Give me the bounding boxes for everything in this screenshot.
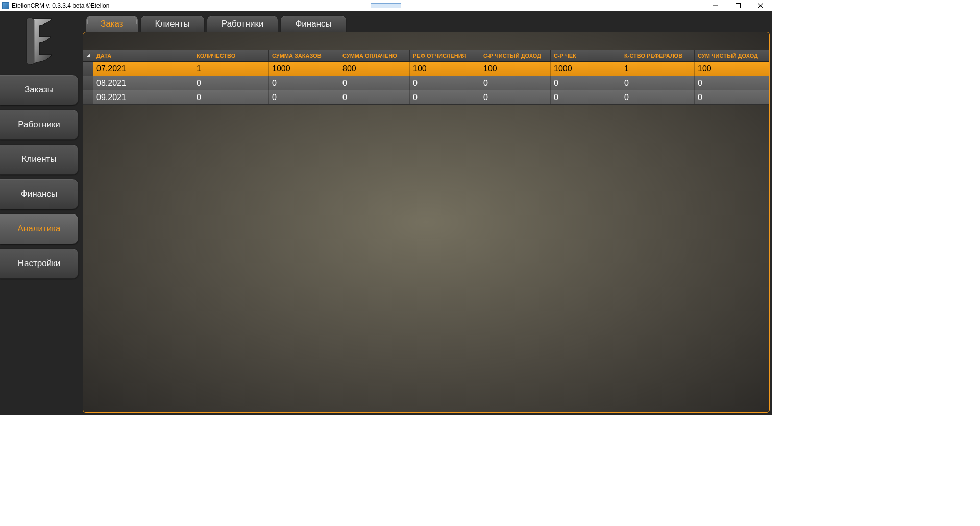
- titlebar-grip[interactable]: [371, 3, 401, 8]
- cell-avg-net[interactable]: 100: [480, 62, 551, 76]
- window-controls: [704, 0, 772, 11]
- cell-ref-count[interactable]: 0: [621, 90, 695, 104]
- col-header-sum-paid[interactable]: СУММА ОПЛАЧЕНО: [339, 50, 410, 61]
- table-row[interactable]: 09.2021 0 0 0 0 0 0 0 0: [83, 90, 769, 105]
- sidebar-item-clients[interactable]: Клиенты: [0, 144, 79, 175]
- cell-ref-deduct[interactable]: 0: [410, 76, 480, 90]
- svg-rect-1: [736, 3, 741, 8]
- etelion-logo-icon: [21, 16, 57, 67]
- cell-qty[interactable]: 0: [193, 90, 269, 104]
- col-header-avg-net[interactable]: С-Р ЧИСТЫЙ ДОХОД: [480, 50, 551, 61]
- col-header-sum-net[interactable]: СУМ ЧИСТЫЙ ДОХОД: [695, 50, 769, 61]
- row-header[interactable]: [83, 62, 93, 76]
- sidebar-item-orders[interactable]: Заказы: [0, 75, 79, 105]
- col-header-sum-orders[interactable]: СУММА ЗАКАЗОВ: [269, 50, 339, 61]
- tab-label: Финансы: [295, 19, 331, 29]
- row-header[interactable]: [83, 76, 93, 90]
- cell-qty[interactable]: 1: [193, 62, 269, 76]
- tabstrip: Заказ Клиенты Работники Финансы: [83, 13, 770, 32]
- sidebar-item-label: Аналитика: [17, 224, 60, 234]
- window-titlebar: EtelionCRM v. 0.3.3.4 beta ©Etelion: [0, 0, 772, 11]
- cell-avg-check[interactable]: 0: [551, 90, 621, 104]
- col-header-qty[interactable]: КОЛИЧЕСТВО: [193, 50, 269, 61]
- logo: [0, 11, 79, 73]
- minimize-button[interactable]: [704, 0, 727, 11]
- tab-finance[interactable]: Финансы: [280, 15, 346, 32]
- grid-header-row: ДАТА КОЛИЧЕСТВО СУММА ЗАКАЗОВ СУММА ОПЛА…: [83, 50, 769, 62]
- cell-date[interactable]: 08.2021: [93, 76, 193, 90]
- sidebar-item-label: Клиенты: [21, 154, 56, 164]
- sidebar-item-workers[interactable]: Работники: [0, 109, 79, 140]
- tab-label: Заказ: [101, 19, 124, 29]
- sort-triangle-icon: [86, 54, 90, 58]
- cell-sum-paid[interactable]: 800: [339, 62, 410, 76]
- cell-sum-net[interactable]: 100: [695, 62, 769, 76]
- close-button[interactable]: [749, 0, 772, 11]
- content-area: ДАТА КОЛИЧЕСТВО СУММА ЗАКАЗОВ СУММА ОПЛА…: [83, 32, 770, 413]
- cell-date[interactable]: 07.2021: [93, 62, 193, 76]
- cell-avg-net[interactable]: 0: [480, 76, 551, 90]
- cell-date[interactable]: 09.2021: [93, 90, 193, 104]
- sidebar-item-finance[interactable]: Финансы: [0, 179, 79, 209]
- tab-label: Клиенты: [155, 19, 190, 29]
- app-icon: [2, 2, 9, 9]
- cell-sum-orders[interactable]: 0: [269, 90, 339, 104]
- cell-qty[interactable]: 0: [193, 76, 269, 90]
- col-header-avg-check[interactable]: С-Р ЧЕК: [551, 50, 621, 61]
- table-row[interactable]: 08.2021 0 0 0 0 0 0 0 0: [83, 76, 769, 90]
- cell-sum-net[interactable]: 0: [695, 76, 769, 90]
- col-header-ref-count[interactable]: К-СТВО РЕФЕРАЛОВ: [621, 50, 695, 61]
- svg-marker-4: [86, 54, 90, 57]
- cell-sum-orders[interactable]: 0: [269, 76, 339, 90]
- cell-sum-orders[interactable]: 1000: [269, 62, 339, 76]
- tab-order[interactable]: Заказ: [86, 15, 138, 32]
- maximize-button[interactable]: [727, 0, 749, 11]
- row-header[interactable]: [83, 90, 93, 104]
- tab-clients[interactable]: Клиенты: [140, 15, 205, 32]
- sidebar-item-settings[interactable]: Настройки: [0, 248, 79, 279]
- cell-ref-deduct[interactable]: 100: [410, 62, 480, 76]
- data-grid[interactable]: ДАТА КОЛИЧЕСТВО СУММА ЗАКАЗОВ СУММА ОПЛА…: [83, 50, 769, 105]
- cell-avg-net[interactable]: 0: [480, 90, 551, 104]
- grid-corner[interactable]: [83, 50, 93, 61]
- col-header-date[interactable]: ДАТА: [93, 50, 193, 61]
- cell-sum-paid[interactable]: 0: [339, 76, 410, 90]
- sidebar-item-label: Работники: [18, 119, 60, 130]
- sidebar: Заказы Работники Клиенты Финансы Аналити…: [0, 11, 79, 415]
- cell-sum-net[interactable]: 0: [695, 90, 769, 104]
- cell-sum-paid[interactable]: 0: [339, 90, 410, 104]
- tab-label: Работники: [222, 19, 264, 29]
- sidebar-item-analytics[interactable]: Аналитика: [0, 213, 79, 244]
- cell-ref-count[interactable]: 1: [621, 62, 695, 76]
- sidebar-item-label: Настройки: [18, 258, 60, 269]
- cell-ref-count[interactable]: 0: [621, 76, 695, 90]
- window-title: EtelionCRM v. 0.3.3.4 beta ©Etelion: [12, 2, 109, 9]
- cell-avg-check[interactable]: 1000: [551, 62, 621, 76]
- cell-avg-check[interactable]: 0: [551, 76, 621, 90]
- svg-line-3: [758, 3, 763, 8]
- col-header-ref-deduct[interactable]: РЕФ ОТЧИСЛЕНИЯ: [410, 50, 480, 61]
- sidebar-item-label: Финансы: [21, 189, 57, 199]
- tab-workers[interactable]: Работники: [207, 15, 279, 32]
- cell-ref-deduct[interactable]: 0: [410, 90, 480, 104]
- main-panel: Заказ Клиенты Работники Финансы ДАТА КОЛ…: [79, 11, 772, 415]
- table-row[interactable]: 07.2021 1 1000 800 100 100 1000 1 100: [83, 62, 769, 76]
- svg-line-2: [758, 3, 763, 8]
- sidebar-item-label: Заказы: [24, 85, 54, 95]
